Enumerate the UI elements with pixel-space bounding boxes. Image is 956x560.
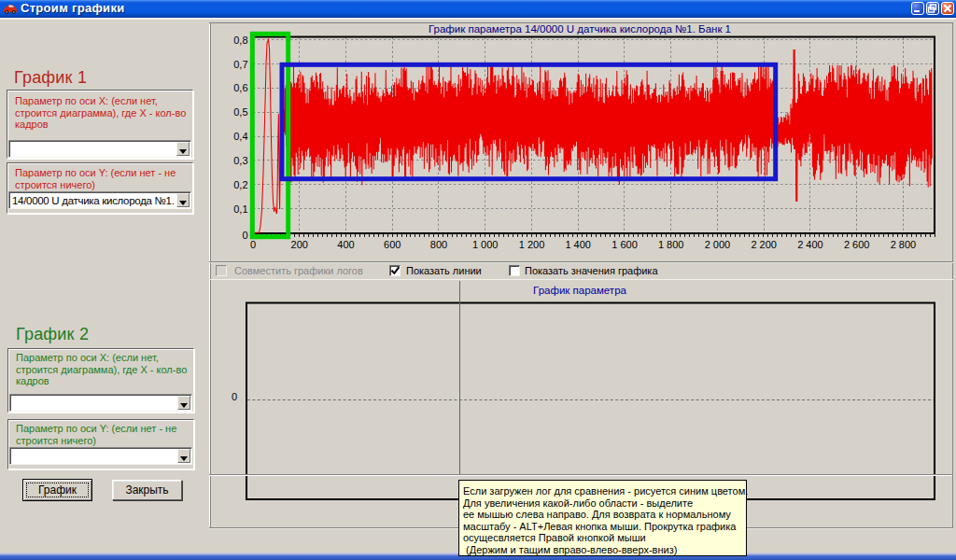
svg-text:2 800: 2 800 — [891, 239, 917, 250]
svg-text:800: 800 — [430, 239, 447, 250]
svg-text:0,8: 0,8 — [233, 35, 247, 46]
svg-text:0,2: 0,2 — [233, 179, 247, 190]
svg-text:График параметра 14/0000 U дат: График параметра 14/0000 U датчика кисло… — [429, 23, 731, 35]
svg-text:1 600: 1 600 — [612, 239, 638, 250]
svg-text:0,6: 0,6 — [233, 82, 247, 93]
svg-text:1 800: 1 800 — [658, 239, 684, 250]
svg-text:График параметра: График параметра — [533, 285, 626, 296]
svg-text:2 400: 2 400 — [797, 239, 823, 250]
svg-text:0,1: 0,1 — [233, 203, 247, 215]
svg-text:2 200: 2 200 — [751, 239, 777, 250]
svg-text:2 000: 2 000 — [705, 239, 731, 250]
svg-text:0: 0 — [242, 230, 247, 241]
svg-text:0,7: 0,7 — [233, 59, 247, 70]
svg-text:0: 0 — [232, 391, 237, 402]
svg-text:1 400: 1 400 — [565, 239, 591, 250]
svg-text:400: 400 — [337, 239, 354, 250]
svg-text:0: 0 — [250, 239, 256, 250]
svg-text:1 200: 1 200 — [519, 239, 545, 250]
svg-text:0,4: 0,4 — [233, 131, 247, 142]
svg-text:0,5: 0,5 — [233, 106, 247, 118]
svg-text:0,3: 0,3 — [233, 155, 247, 166]
svg-text:1 000: 1 000 — [472, 239, 499, 250]
svg-text:600: 600 — [384, 239, 401, 250]
svg-text:200: 200 — [291, 239, 308, 250]
svg-text:2 600: 2 600 — [844, 239, 870, 250]
